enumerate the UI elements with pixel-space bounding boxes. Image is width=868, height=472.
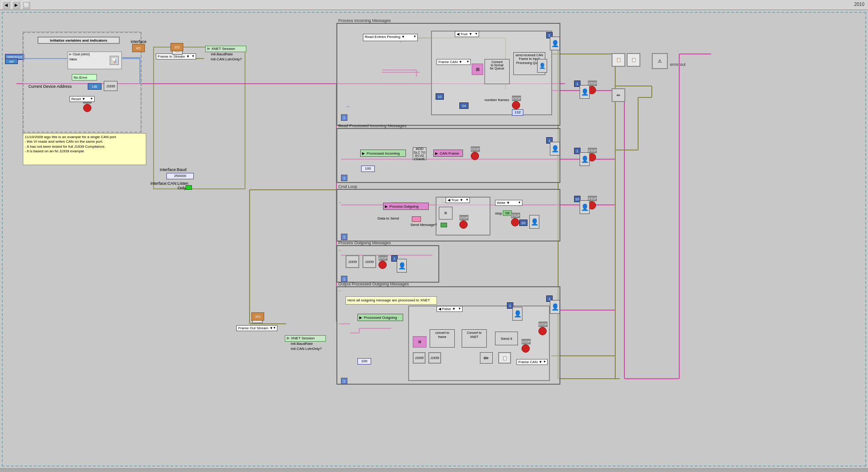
year-label: 2010 — [854, 2, 864, 7]
person-icon-cmd: 👤 — [529, 215, 539, 229]
square-button[interactable]: ⬜ — [22, 1, 30, 9]
frame-out-stream-dropdown[interactable]: Frame Out Stream ▼ — [236, 325, 277, 331]
xnet-session-bottom: ⊳ XNET Session — [285, 335, 326, 342]
process-incoming-label: Process Incoming Messages — [338, 18, 391, 23]
out-stop-area: STOP — [538, 322, 548, 335]
back-button[interactable]: ◀ — [2, 1, 10, 9]
intl-can-top: Intl.CAN.LstnOnly? — [211, 57, 242, 61]
read-entries-dropdown[interactable]: Read Entries Pending ▼ — [363, 34, 418, 41]
cmd-true-case: ◀ True ▼ ⊞ STOP — [436, 197, 490, 236]
j1939-out-1: J1939 — [413, 352, 426, 364]
frames-value: 132 — [512, 109, 523, 116]
intl-baud-top: Intl.BaudRate — [211, 52, 233, 56]
frame-can-out-dropdown[interactable]: Frame CAN ▼ — [517, 359, 548, 365]
incoming-stop-btn[interactable] — [512, 101, 520, 109]
person-icon-r1: 👤 — [580, 85, 590, 99]
stop-tf: stop T/F — [495, 210, 512, 216]
convert-func: Convert to format for Queue — [485, 59, 510, 84]
j1939-subvi-1: J1939 — [346, 255, 359, 268]
device-addr-value[interactable]: UB — [88, 83, 101, 90]
person-icon-r2: 👤 — [580, 152, 590, 166]
read-processed-group: Read Processed Incoming Messages ▶ Proce… — [336, 128, 560, 183]
outgoing-stop-area: STOP — [378, 255, 388, 269]
init-box: Initialize variables and indicators — [37, 37, 120, 44]
listen-only-indicator — [186, 185, 192, 190]
interface-label: interface — [131, 39, 147, 44]
baud-rate-value[interactable]: 250000 — [166, 173, 194, 179]
process-outgoing-label: Process Outgoing Messages — [338, 241, 391, 245]
num-24: 24 — [459, 102, 469, 109]
iter-outgoing: 1 — [341, 276, 347, 282]
write-dropdown[interactable]: Write ▼ — [495, 200, 522, 206]
array-func: ⊞ — [472, 64, 483, 75]
output-processed-group: Output Processed Outgoing Messages Here … — [336, 286, 560, 385]
send-it-func: Send it — [495, 332, 518, 345]
init-stop-btn[interactable] — [83, 104, 91, 112]
orange-term-2: 370 — [251, 312, 264, 321]
read-stop-area: STOP — [471, 146, 480, 160]
listen-only-label: Interface:CAN:Listen Only? — [143, 181, 188, 190]
edit-icon-out: ✏ — [480, 352, 493, 364]
iter-1: 1 — [341, 114, 347, 121]
data-to-send-value — [412, 216, 421, 222]
no-error-box: No Error — [72, 74, 97, 80]
right-subvi-3: ✏ — [612, 88, 625, 102]
cmd-stop-area: STOP — [459, 215, 469, 229]
orange-term-1: 370 — [170, 43, 183, 51]
cmd-stop-btn[interactable] — [459, 220, 468, 229]
output-processed-label: Output Processed Outgoing Messages — [338, 282, 409, 286]
outgoing-comment: Here all outgoing message are processed … — [346, 296, 437, 305]
out-stop-btn[interactable] — [538, 327, 547, 335]
current-device-label: Current Device Address — [28, 84, 72, 89]
far-right-stop-btn-4[interactable] — [522, 344, 530, 353]
cmd-loop-group: Cmd Loop ▶ Process Outgoing ◀ True ▼ ⊞ S… — [336, 189, 560, 241]
cmd-main-stop-btn[interactable] — [511, 218, 519, 226]
canvas: reference ref Initialize variables and i… — [0, 10, 868, 468]
j1939-out-2: J1939 — [428, 352, 441, 364]
cmd-num-10: 10 — [519, 220, 527, 226]
j1939-subvi-2: J1939 — [362, 255, 376, 268]
init-box-label: Initialize variables and indicators — [50, 38, 107, 43]
convert-frame-func: convert to frame — [430, 329, 455, 348]
false-selector[interactable]: ◀ False ▼ — [437, 306, 463, 312]
iter-cmd: 1 — [341, 234, 347, 240]
num-100-out: 100 — [357, 358, 371, 365]
far-right-stop-4: STOP — [522, 339, 531, 353]
j1939-icon: J1939 — [104, 81, 117, 91]
send-message-ind — [441, 223, 447, 227]
person-icon-out: 👤 — [550, 300, 560, 314]
canvas-inner: reference ref Initialize variables and i… — [2, 12, 866, 467]
person-icon-1: 👤 — [550, 37, 560, 50]
array-func-out: ⊞ — [413, 336, 426, 348]
toolbar: ◀ ▶ ⬜ 2010 — [0, 0, 868, 10]
frame-can-dropdown[interactable]: Frame CAN ▼ — [437, 59, 471, 65]
xnet-session-top: ⊳ XNET Session — [205, 46, 246, 52]
person-icon-outgoing: 👤 — [397, 259, 407, 273]
comment-text: 11/10/2009 wgo this is an example for a … — [25, 135, 116, 153]
processed-incoming-box: ▶ Processed Incoming — [360, 150, 406, 157]
no-error-label: No Error — [74, 75, 87, 80]
read-stop-btn[interactable] — [471, 152, 479, 160]
cmd-main-stop: STOP — [511, 213, 520, 226]
num-10: 10 — [436, 93, 444, 100]
combine-func: ⊞ — [439, 207, 453, 220]
iter-read: 1 — [341, 175, 347, 181]
can-frame-box: ▶ CAN Frame — [433, 150, 463, 157]
error-out-label: error out — [670, 62, 686, 67]
dequeue-func: ADD DLC TO RCVD FRAME — [413, 147, 426, 160]
forward-button[interactable]: ▶ — [12, 1, 20, 9]
reference-block: ref — [5, 59, 18, 64]
init-outer-box: Initialize variables and indicators ⊳ Cl… — [23, 32, 142, 133]
intl-baud-bottom: Intl.BaudRate — [291, 342, 313, 346]
right-subvi-1: 📋 — [612, 53, 625, 67]
cmd-true-selector[interactable]: ◀ True ▼ — [446, 197, 470, 203]
number-frames-label: number frames — [485, 98, 509, 102]
person-icon-read: 👤 — [550, 142, 560, 156]
reset-dropdown[interactable]: Reset ▼ — [69, 96, 95, 102]
incoming-stop-area: STOP — [512, 96, 521, 109]
process-outgoing-box: ▶ Process Outgoing — [383, 203, 429, 210]
process-incoming-group: Process Incoming Messages Read Entries P… — [336, 23, 560, 126]
outgoing-stop-btn[interactable] — [378, 261, 387, 269]
true-case-struct: ◀ True ▼ Frame CAN ▼ Convert to format f… — [431, 31, 552, 115]
true-selector[interactable]: ◀ True ▼ — [455, 31, 479, 37]
